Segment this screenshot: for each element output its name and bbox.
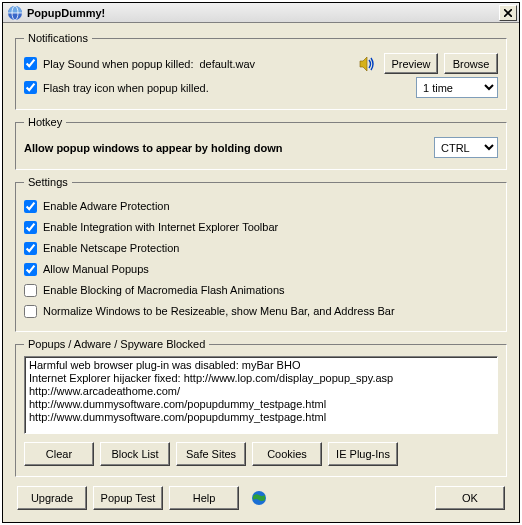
blocked-list[interactable]: Harmful web browser plug-in was disabled… bbox=[24, 356, 498, 434]
dialog-body: Notifications Play Sound when popup kill… bbox=[3, 23, 519, 522]
settings-group: Settings Enable Adware Protection Enable… bbox=[15, 176, 507, 332]
hotkey-group: Hotkey Allow popup windows to appear by … bbox=[15, 116, 507, 170]
close-button[interactable] bbox=[499, 5, 517, 21]
enable-netscape-checkbox[interactable] bbox=[24, 242, 37, 255]
settings-item-label: Enable Blocking of Macromedia Flash Anim… bbox=[43, 284, 285, 296]
settings-item-label: Allow Manual Popups bbox=[43, 263, 149, 275]
settings-item-label: Normalize Windows to be Resizeable, show… bbox=[43, 305, 395, 317]
help-button[interactable]: Help bbox=[169, 486, 239, 510]
hotkey-label: Allow popup windows to appear by holding… bbox=[24, 142, 282, 154]
globe-icon[interactable] bbox=[251, 490, 267, 506]
hotkey-legend: Hotkey bbox=[24, 116, 66, 128]
play-sound-checkbox[interactable] bbox=[24, 57, 37, 70]
title-bar: PopupDummy! bbox=[3, 3, 519, 23]
ok-button[interactable]: OK bbox=[435, 486, 505, 510]
enable-adware-checkbox[interactable] bbox=[24, 200, 37, 213]
browse-button[interactable]: Browse bbox=[444, 53, 498, 74]
flash-tray-checkbox[interactable] bbox=[24, 81, 37, 94]
app-icon bbox=[7, 5, 23, 21]
settings-item-label: Enable Netscape Protection bbox=[43, 242, 179, 254]
blocklist-button[interactable]: Block List bbox=[100, 442, 170, 466]
allow-manual-popups-checkbox[interactable] bbox=[24, 263, 37, 276]
flash-tray-label: Flash tray icon when popup killed. bbox=[43, 82, 209, 94]
enable-ie-toolbar-checkbox[interactable] bbox=[24, 221, 37, 234]
popup-test-button[interactable]: Popup Test bbox=[93, 486, 163, 510]
sound-file-name: default.wav bbox=[199, 58, 255, 70]
settings-item-label: Enable Integration with Internet Explore… bbox=[43, 221, 278, 233]
block-flash-checkbox[interactable] bbox=[24, 284, 37, 297]
settings-item-label: Enable Adware Protection bbox=[43, 200, 170, 212]
footer: Upgrade Popup Test Help OK bbox=[15, 480, 507, 512]
blocked-group: Popups / Adware / Spyware Blocked Harmfu… bbox=[15, 338, 507, 477]
safesites-button[interactable]: Safe Sites bbox=[176, 442, 246, 466]
clear-button[interactable]: Clear bbox=[24, 442, 94, 466]
preview-button[interactable]: Preview bbox=[384, 53, 438, 74]
normalize-windows-checkbox[interactable] bbox=[24, 305, 37, 318]
upgrade-button[interactable]: Upgrade bbox=[17, 486, 87, 510]
play-sound-label: Play Sound when popup killed: bbox=[43, 58, 193, 70]
settings-legend: Settings bbox=[24, 176, 72, 188]
svg-marker-3 bbox=[360, 57, 367, 71]
notifications-group: Notifications Play Sound when popup kill… bbox=[15, 32, 507, 110]
speaker-icon bbox=[358, 55, 376, 73]
hotkey-select[interactable]: CTRL bbox=[434, 137, 498, 158]
app-window: PopupDummy! Notifications Play Sound whe… bbox=[2, 2, 520, 523]
blocked-legend: Popups / Adware / Spyware Blocked bbox=[24, 338, 209, 350]
notifications-legend: Notifications bbox=[24, 32, 92, 44]
window-title: PopupDummy! bbox=[25, 7, 499, 19]
cookies-button[interactable]: Cookies bbox=[252, 442, 322, 466]
ie-plugins-button[interactable]: IE Plug-Ins bbox=[328, 442, 398, 466]
flash-times-select[interactable]: 1 time bbox=[416, 77, 498, 98]
